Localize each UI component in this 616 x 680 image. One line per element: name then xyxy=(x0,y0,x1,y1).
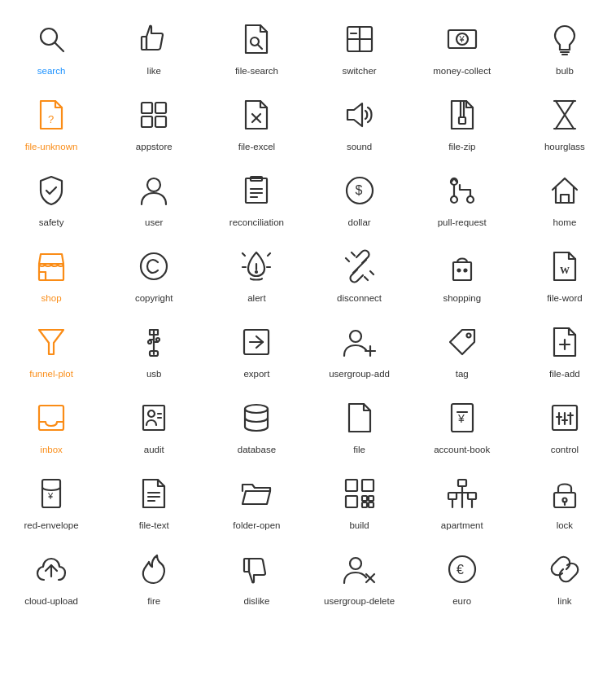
icon-label-reconciliation: reconciliation xyxy=(229,217,284,229)
icon-cell-switcher[interactable]: switcher xyxy=(308,8,410,84)
icon-cell-fire[interactable]: fire xyxy=(103,538,205,614)
file-word-icon: W xyxy=(544,245,586,287)
icon-cell-file-text[interactable]: file-text xyxy=(103,463,205,538)
icon-cell-pull-request[interactable]: pull-request xyxy=(411,160,513,235)
icon-cell-lock[interactable]: lock xyxy=(513,463,616,538)
icon-label-euro: euro xyxy=(452,595,471,608)
icon-cell-usb[interactable]: usb xyxy=(103,311,205,387)
svg-point-66 xyxy=(148,340,151,344)
icon-cell-cloud-upload[interactable]: cloud-upload xyxy=(0,538,103,614)
icon-cell-file-excel[interactable]: file-excel xyxy=(205,84,308,160)
svg-text:¥: ¥ xyxy=(458,34,465,44)
inbox-icon xyxy=(30,397,72,439)
icon-cell-red-envelope[interactable]: ¥ red-envelope xyxy=(0,463,103,538)
icon-cell-euro[interactable]: € euro xyxy=(411,538,513,614)
icon-cell-shop[interactable]: shop xyxy=(0,235,103,311)
icon-cell-appstore[interactable]: appstore xyxy=(103,84,205,160)
icon-cell-folder-open[interactable]: folder-open xyxy=(205,463,308,538)
hourglass-icon xyxy=(544,94,586,136)
icon-label-home: home xyxy=(553,217,577,229)
icon-cell-home[interactable]: home xyxy=(513,160,616,235)
money-collect-icon: ¥ xyxy=(441,18,483,60)
sound-icon xyxy=(339,94,381,136)
icon-label-copyright: copyright xyxy=(135,292,173,305)
icon-cell-disconnect[interactable]: disconnect xyxy=(308,235,410,311)
icon-cell-file-zip[interactable]: file-zip xyxy=(411,84,513,160)
icon-cell-tag[interactable]: tag xyxy=(411,311,513,387)
svg-text:€: € xyxy=(457,562,464,576)
icon-label-file-text: file-text xyxy=(139,520,169,532)
icon-cell-bulb[interactable]: bulb xyxy=(513,8,616,84)
svg-point-46 xyxy=(256,271,257,273)
file-unknown-icon: ? xyxy=(30,94,72,136)
icon-cell-export[interactable]: export xyxy=(205,311,308,387)
icon-label-export: export xyxy=(243,368,269,380)
icon-cell-money-collect[interactable]: ¥ money-collect xyxy=(411,8,513,84)
icon-cell-audit[interactable]: audit xyxy=(103,387,205,463)
icon-cell-search[interactable]: search xyxy=(0,8,103,84)
shop-icon xyxy=(30,245,72,287)
svg-line-47 xyxy=(242,253,245,256)
svg-point-83 xyxy=(245,405,268,413)
svg-line-54 xyxy=(346,258,349,261)
icon-cell-shopping[interactable]: shopping xyxy=(411,235,513,311)
svg-rect-105 xyxy=(369,502,374,507)
shopping-icon xyxy=(441,245,483,287)
icon-cell-usergroup-delete[interactable]: usergroup-delete xyxy=(308,538,410,614)
icon-cell-user[interactable]: user xyxy=(103,160,205,235)
icon-label-control: control xyxy=(551,444,579,456)
icon-cell-reconciliation[interactable]: reconciliation xyxy=(205,160,308,235)
usb-icon xyxy=(133,321,175,363)
icon-label-appstore: appstore xyxy=(136,141,173,153)
icon-cell-alert[interactable]: alert xyxy=(205,235,308,311)
file-add-icon xyxy=(544,321,586,363)
icon-cell-inbox[interactable]: inbox xyxy=(0,387,103,463)
user-icon xyxy=(133,169,175,212)
icon-cell-dislike[interactable]: dislike xyxy=(205,538,308,614)
icon-label-usergroup-delete: usergroup-delete xyxy=(324,595,395,608)
icon-cell-account-book[interactable]: ¥ account-book xyxy=(411,387,513,463)
export-icon xyxy=(235,321,277,363)
icon-label-file-unknown: file-unknown xyxy=(25,141,78,153)
icon-cell-file-unknown[interactable]: ? file-unknown xyxy=(0,84,103,160)
icon-cell-file-search[interactable]: file-search xyxy=(205,8,308,84)
icon-label-switcher: switcher xyxy=(342,65,376,77)
icon-cell-funnel-plot[interactable]: funnel-plot xyxy=(0,311,103,387)
lock-icon xyxy=(544,472,586,515)
icon-label-usb: usb xyxy=(146,368,162,380)
icon-cell-build[interactable]: build xyxy=(308,463,410,538)
icon-cell-sound[interactable]: sound xyxy=(308,84,410,160)
icon-cell-copyright[interactable]: copyright xyxy=(103,235,205,311)
icon-label-cloud-upload: cloud-upload xyxy=(24,595,78,608)
svg-rect-100 xyxy=(362,480,374,491)
svg-rect-117 xyxy=(244,559,249,572)
file-zip-icon xyxy=(441,94,483,136)
appstore-icon xyxy=(133,94,175,136)
svg-line-55 xyxy=(352,252,355,256)
icon-label-build: build xyxy=(349,520,369,532)
icon-cell-link[interactable]: link xyxy=(513,538,616,614)
icon-cell-hourglass[interactable]: hourglass xyxy=(513,84,616,160)
svg-line-1 xyxy=(55,43,63,51)
icon-label-dollar: dollar xyxy=(348,217,371,229)
icon-label-shop: shop xyxy=(42,292,62,305)
icon-cell-file-word[interactable]: W file-word xyxy=(513,235,616,311)
svg-rect-108 xyxy=(468,493,476,499)
icon-cell-control[interactable]: control xyxy=(513,387,616,463)
icon-label-shopping: shopping xyxy=(443,292,481,305)
icon-cell-file[interactable]: file xyxy=(308,387,410,463)
svg-point-58 xyxy=(464,269,466,271)
switcher-icon xyxy=(339,18,381,60)
icon-cell-file-add[interactable]: file-add xyxy=(513,311,616,387)
icon-label-bulb: bulb xyxy=(556,65,574,77)
icon-cell-database[interactable]: database xyxy=(205,387,308,463)
icon-cell-like[interactable]: like xyxy=(103,8,205,84)
icon-label-fire: fire xyxy=(147,595,160,608)
search-icon xyxy=(30,18,72,60)
icon-cell-dollar[interactable]: $ dollar xyxy=(308,160,410,235)
icon-cell-usergroup-add[interactable]: usergroup-add xyxy=(308,311,410,387)
icon-cell-safety[interactable]: safety xyxy=(0,160,103,235)
icon-cell-apartment[interactable]: apartment xyxy=(411,463,513,538)
icon-label-file-search: file-search xyxy=(235,65,278,77)
svg-point-57 xyxy=(457,269,460,271)
